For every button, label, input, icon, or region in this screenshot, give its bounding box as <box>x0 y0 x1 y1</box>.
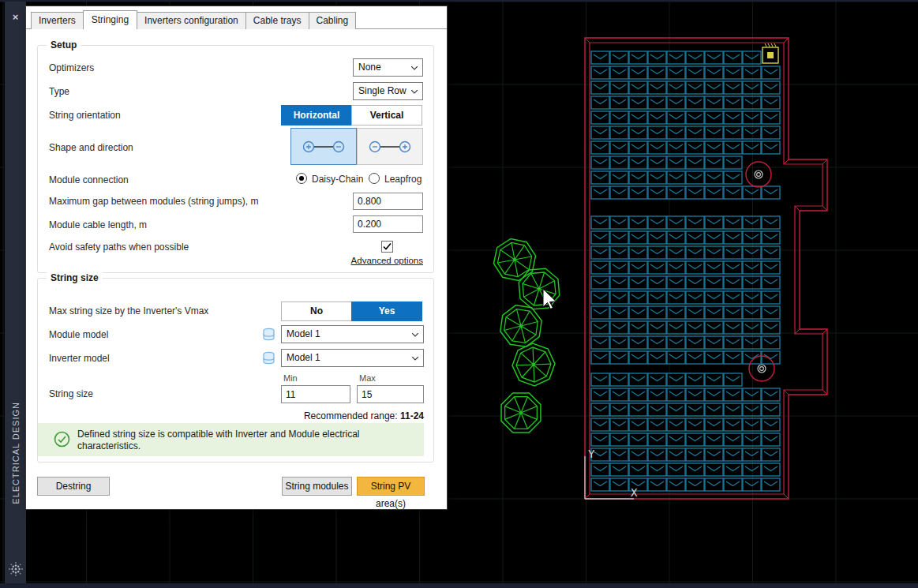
string-size-min-input[interactable] <box>281 385 350 403</box>
compatibility-message-text: Defined string size is compatible with I… <box>77 429 360 451</box>
min-label: Min <box>283 373 298 383</box>
sidebar-title: ELECTRICAL DESIGN <box>11 402 21 504</box>
database-icon[interactable] <box>262 328 275 341</box>
inverter-model-value: Model 1 <box>287 352 320 363</box>
chevron-down-icon <box>411 66 418 70</box>
optimizers-dropdown[interactable]: None <box>353 58 423 77</box>
pv-area-outline[interactable] <box>585 38 827 499</box>
avoid-safety-checkbox[interactable] <box>381 241 393 253</box>
daisy-chain-label: Daisy-Chain <box>312 174 363 185</box>
type-label: Type <box>49 86 69 97</box>
module-model-dropdown[interactable]: Model 1 <box>281 325 424 343</box>
tab-inverters[interactable]: Inverters <box>31 12 84 29</box>
shape-minus-plus-button[interactable] <box>357 128 423 165</box>
cable-length-label: Module cable length, m <box>49 219 147 230</box>
destring-button[interactable]: Destring <box>37 477 110 496</box>
inverter-model-label: Inverter model <box>49 353 110 364</box>
vmax-toggle: No Yes <box>281 301 422 321</box>
type-value: Single Row <box>358 85 407 96</box>
plus-to-minus-icon <box>302 140 346 154</box>
database-icon[interactable] <box>262 351 275 365</box>
daisy-chain-radio[interactable] <box>296 173 307 184</box>
string-size-max-input[interactable] <box>357 385 424 403</box>
svg-text:X: X <box>631 486 638 499</box>
recommended-range-value: 11-24 <box>400 410 424 421</box>
string-size-label: String size <box>49 388 93 399</box>
svg-text:Y: Y <box>588 448 595 460</box>
setup-group-title: Setup <box>47 39 81 51</box>
type-dropdown[interactable]: Single Row <box>353 82 423 100</box>
max-gap-input[interactable] <box>353 193 423 210</box>
string-size-group-title: String size <box>47 272 103 283</box>
inverter-marker[interactable] <box>763 43 778 63</box>
leapfrog-label: Leapfrog <box>384 174 422 185</box>
chevron-down-icon <box>412 357 418 361</box>
inverter-model-dropdown[interactable]: Model 1 <box>281 349 424 367</box>
leapfrog-radio[interactable] <box>369 173 380 184</box>
orientation-horizontal-button[interactable]: Horizontal <box>281 105 352 125</box>
string-modules-button[interactable]: String modules <box>282 477 352 496</box>
left-sidebar: × ELECTRICAL DESIGN <box>5 2 26 583</box>
shape-plus-minus-button[interactable] <box>290 128 357 165</box>
avoid-safety-label: Avoid safety paths when possible <box>49 242 189 253</box>
stringing-dialog: Inverters Stringing Inverters configurat… <box>26 6 447 509</box>
optimizers-value: None <box>358 62 381 73</box>
chevron-down-icon <box>411 90 418 94</box>
orientation-toggle: Horizontal Vertical <box>281 105 422 125</box>
max-label: Max <box>359 373 376 383</box>
tab-stringing[interactable]: Stringing <box>83 10 137 29</box>
success-check-icon <box>54 431 70 448</box>
tree-symbols[interactable] <box>493 238 559 432</box>
advanced-options-link[interactable]: Advanced options <box>351 256 423 265</box>
recommended-range: Recommended range: 11-24 <box>304 410 424 421</box>
string-pv-areas-button[interactable]: String PV area(s) <box>357 477 425 496</box>
module-connection-label: Module connection <box>49 174 129 185</box>
minus-to-plus-icon <box>368 140 412 154</box>
vmax-label: Max string size by the Inverter's Vmax <box>49 305 208 316</box>
chevron-down-icon <box>412 333 418 337</box>
tab-bar: Inverters Stringing Inverters configurat… <box>31 10 355 29</box>
close-icon[interactable]: × <box>5 11 26 23</box>
pv-modules-grid[interactable] <box>591 51 780 491</box>
vmax-no-button[interactable]: No <box>281 301 352 321</box>
window-bottom-edge <box>0 583 918 588</box>
tab-cable-trays[interactable]: Cable trays <box>245 12 309 29</box>
roof-obstacle-circles[interactable] <box>746 162 774 381</box>
sidebar-logo-icon <box>8 561 24 577</box>
recommended-range-prefix: Recommended range: <box>304 410 400 421</box>
window-top-edge <box>0 0 918 2</box>
max-gap-label: Maximum gap between modules (string jump… <box>49 196 258 207</box>
cable-length-input[interactable] <box>353 215 423 233</box>
tab-cabling[interactable]: Cabling <box>309 12 357 29</box>
module-model-value: Model 1 <box>287 328 320 339</box>
compatibility-message: Defined string size is compatible with I… <box>38 423 424 456</box>
shape-direction-label: Shape and direction <box>49 142 133 153</box>
module-model-label: Module model <box>49 329 108 340</box>
optimizers-label: Optimizers <box>49 62 94 73</box>
orientation-vertical-button[interactable]: Vertical <box>351 105 422 125</box>
orientation-label: String orientation <box>49 110 121 121</box>
tab-inverters-configuration[interactable]: Inverters configuration <box>137 12 246 29</box>
check-icon <box>383 243 392 250</box>
vmax-yes-button[interactable]: Yes <box>351 301 422 321</box>
